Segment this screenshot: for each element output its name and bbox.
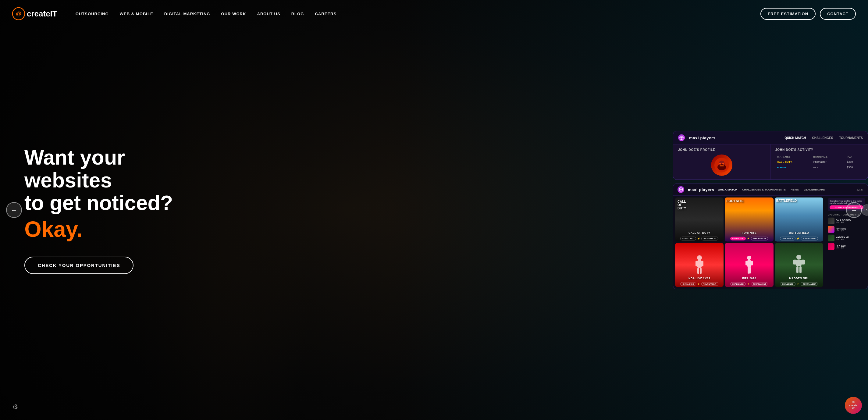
fortnite-title: FORTNITE bbox=[725, 231, 773, 234]
fifa-player-silhouette bbox=[725, 243, 773, 287]
nba-player-silhouette bbox=[675, 243, 723, 287]
sidebar-thumb-fifa bbox=[828, 243, 835, 250]
game-card-fortnite[interactable]: FORTNITE FORTNITE CHALLENGE ⚡ TOURNAMENT bbox=[725, 198, 773, 242]
madden-share-icon: ⚡ bbox=[797, 282, 799, 286]
svg-point-26 bbox=[796, 255, 801, 260]
cod-overlay-text: CALLOFDUTY bbox=[678, 200, 686, 210]
next-arrow-button[interactable]: → bbox=[846, 202, 862, 218]
battlefield-tournament-btn[interactable]: TOURNAMENT bbox=[801, 237, 818, 240]
battlefield-share-icon: ⚡ bbox=[797, 237, 799, 240]
cod-actions: CHALLENGE ⚡ TOURNAMENT bbox=[675, 237, 723, 240]
game-card-fifa[interactable]: FIFA 2020 CHALLENGE ⚡ TOURNAMENT bbox=[725, 243, 773, 287]
battlefield-challenge-btn[interactable]: CHALLENGE bbox=[780, 237, 796, 240]
nav-blog[interactable]: BLOG bbox=[291, 11, 304, 16]
svg-point-20 bbox=[747, 256, 751, 260]
cod-title: CALL OF DUTY bbox=[675, 231, 723, 234]
activity-table: MATCHES EARNINGS PLA CALL·DUTY· vincmast… bbox=[775, 154, 863, 170]
games-main-grid: CALLOFDUTY CALL OF DUTY CHALLENGE ⚡ TOUR… bbox=[673, 196, 825, 289]
hero-section: Want your websites to get noticed? Okay.… bbox=[0, 0, 868, 420]
fortnite-share-icon: ⚡ bbox=[747, 237, 750, 240]
sidebar-thumb-fortnite bbox=[828, 226, 835, 233]
games-card: maxi players QUICK MATCH CHALLENGES & TO… bbox=[673, 183, 868, 289]
mockup-bottom-brand: maxi players bbox=[688, 187, 714, 192]
battlefield-actions: CHALLENGE ⚡ TOURNAMENT bbox=[775, 237, 823, 240]
nav-web-mobile[interactable]: WEB & MOBILE bbox=[120, 11, 153, 16]
mockup-logo-icon bbox=[678, 134, 685, 141]
logo[interactable]: @ createIT bbox=[12, 7, 57, 20]
activity-section: JOHN DOE'S ACTIVITY MATCHES EARNINGS PLA bbox=[771, 145, 868, 180]
svg-rect-18 bbox=[697, 268, 699, 274]
profile-section: JOHN DOE'S PROFILE bbox=[673, 145, 771, 180]
nav-digital-marketing[interactable]: DIGITAL MARKETING bbox=[164, 11, 210, 16]
free-estimation-button[interactable]: FREE ESTIMATION bbox=[761, 8, 815, 20]
svg-rect-28 bbox=[793, 260, 797, 265]
nav-actions: FREE ESTIMATION CONTACT bbox=[761, 8, 856, 20]
mockup-brand-name: maxi players bbox=[689, 135, 716, 140]
cod-tournament-btn[interactable]: TOURNAMENT bbox=[701, 237, 719, 240]
sidebar-tournament-2: MADDEN NFL 12m · $10 bbox=[828, 235, 865, 241]
svg-rect-24 bbox=[748, 267, 749, 274]
game-card-cod[interactable]: CALLOFDUTY CALL OF DUTY CHALLENGE ⚡ TOUR… bbox=[675, 198, 723, 242]
svg-rect-30 bbox=[796, 266, 799, 273]
activity-row-0: CALL·DUTY· vincmaster $350 bbox=[776, 159, 862, 164]
profile-card-body: JOHN DOE'S PROFILE bbox=[673, 145, 868, 180]
createit-watermark: @createIT bbox=[845, 397, 862, 414]
fifa-share-icon: ⚡ bbox=[747, 282, 750, 286]
nav-outsourcing[interactable]: OUTSOURCING bbox=[75, 11, 109, 16]
svg-rect-15 bbox=[697, 260, 702, 268]
svg-rect-10 bbox=[720, 166, 724, 167]
mockup-bottom-logo bbox=[678, 186, 684, 193]
battlefield-overlay: BATTLEFIELD bbox=[776, 199, 797, 202]
madden-actions: CHALLENGE ⚡ TOURNAMENT bbox=[775, 282, 823, 286]
svg-point-14 bbox=[697, 256, 702, 260]
nav-about-us[interactable]: ABOUT US bbox=[257, 11, 280, 16]
nav-links: OUTSOURCING WEB & MOBILE DIGITAL MARKETI… bbox=[75, 11, 761, 17]
mockup-top-nav: QUICK MATCH CHALLENGES TOURNAMENTS bbox=[784, 136, 863, 139]
nav-our-work[interactable]: OUR WORK bbox=[221, 11, 246, 16]
profile-avatar bbox=[711, 154, 733, 176]
svg-rect-25 bbox=[749, 267, 751, 274]
svg-point-9 bbox=[722, 163, 724, 164]
svg-rect-22 bbox=[745, 261, 748, 266]
dashboard-mockup-wrapper: maxi players QUICK MATCH CHALLENGES TOUR… bbox=[391, 0, 868, 420]
sidebar-thumb-madden bbox=[828, 235, 835, 241]
dashboard-mockup: maxi players QUICK MATCH CHALLENGES TOUR… bbox=[673, 131, 868, 289]
madden-title: MADDEN NFL bbox=[775, 276, 823, 279]
hero-content: Want your websites to get noticed? Okay.… bbox=[0, 146, 213, 274]
settings-gear-icon[interactable]: ⚙ bbox=[12, 403, 18, 411]
cod-challenge-btn[interactable]: CHALLENGE bbox=[680, 237, 696, 240]
nba-share-icon: ⚡ bbox=[697, 282, 700, 286]
activity-row-1: FIFA20 nick $350 bbox=[776, 165, 862, 170]
fortnite-tournament-btn[interactable]: TOURNAMENT bbox=[751, 237, 768, 240]
fortnite-challenge-btn[interactable]: CHALLENGE bbox=[730, 237, 746, 240]
nav-careers[interactable]: CAREERS bbox=[315, 11, 337, 16]
svg-rect-23 bbox=[751, 261, 753, 266]
nba-challenge-btn[interactable]: CHALLENGE bbox=[680, 282, 696, 286]
fifa-tournament-btn[interactable]: TOURNAMENT bbox=[751, 282, 768, 286]
svg-rect-27 bbox=[796, 260, 802, 266]
sidebar-tournament-3: FIFA 2020 12m · $10 bbox=[828, 243, 865, 250]
svg-rect-29 bbox=[801, 260, 805, 265]
nba-tournament-btn[interactable]: TOURNAMENT bbox=[701, 282, 719, 286]
fifa-challenge-btn[interactable]: CHALLENGE bbox=[730, 282, 746, 286]
logo-text: createIT bbox=[27, 9, 57, 19]
game-card-nba[interactable]: NBA LIVE 2K19 CHALLENGE ⚡ TOURNAMENT bbox=[675, 243, 723, 287]
games-card-body: CALLOFDUTY CALL OF DUTY CHALLENGE ⚡ TOUR… bbox=[673, 196, 868, 289]
cta-button[interactable]: CHECK YOUR OPPORTUNITIES bbox=[24, 257, 133, 274]
svg-rect-16 bbox=[695, 261, 698, 266]
contact-button[interactable]: CONTACT bbox=[820, 8, 856, 20]
profile-title: JOHN DOE'S PROFILE bbox=[678, 148, 765, 151]
battlefield-title: BATTLEFIELD bbox=[775, 231, 823, 234]
game-card-madden[interactable]: MADDEN NFL CHALLENGE ⚡ TOURNAMENT bbox=[775, 243, 823, 287]
madden-tournament-btn[interactable]: TOURNAMENT bbox=[801, 282, 818, 286]
sidebar-tournament-info-0: CALL OF DUTY 12m · $10 bbox=[836, 219, 865, 223]
prev-arrow-button[interactable]: ← bbox=[6, 202, 22, 218]
mockup-bottom-nav: QUICK MATCH CHALLENGES & TOURNAMENTS NEW… bbox=[718, 188, 825, 191]
sidebar-thumb-cod bbox=[828, 218, 835, 224]
game-card-battlefield[interactable]: BATTLEFIELD BATTLEFIELD CHALLENGE ⚡ TOUR… bbox=[775, 198, 823, 242]
svg-point-7 bbox=[717, 164, 726, 170]
cod-share-icon: ⚡ bbox=[697, 237, 700, 240]
games-grid: CALLOFDUTY CALL OF DUTY CHALLENGE ⚡ TOUR… bbox=[673, 196, 825, 289]
madden-challenge-btn[interactable]: CHALLENGE bbox=[780, 282, 796, 286]
svg-text:@: @ bbox=[16, 11, 21, 17]
